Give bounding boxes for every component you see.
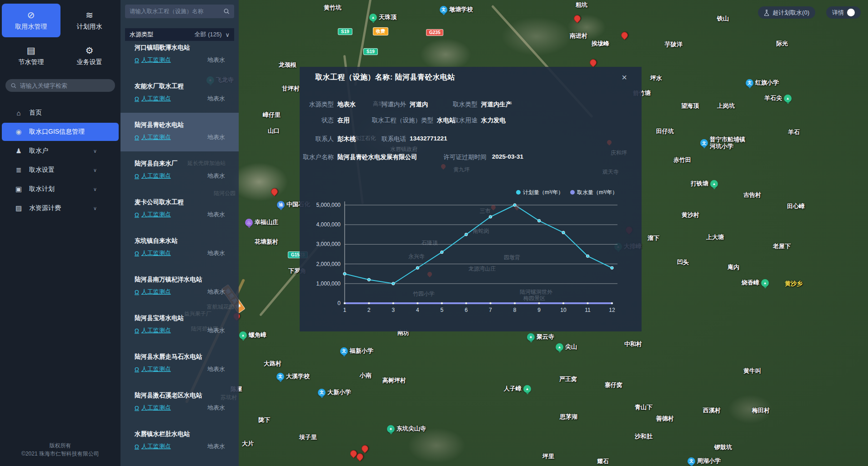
flask-icon	[764, 10, 769, 16]
detail-toggle[interactable]: 详情	[826, 6, 861, 19]
map-label: ♠聚云寺	[527, 333, 554, 341]
mountain-pin-icon: ▲	[369, 14, 377, 21]
app-tile-3[interactable]: ▤节水管理	[2, 39, 60, 73]
map-label: 青山下	[635, 404, 652, 411]
station-name: 陆河县水唇走马石水电站	[135, 353, 231, 361]
svg-text:7: 7	[489, 307, 492, 313]
school-pin-icon: 文	[318, 389, 326, 396]
manual-monitor-link[interactable]: Ω人工监测点	[135, 249, 171, 257]
map-label: ▲螺角嶂	[239, 331, 266, 339]
toggle-knob[interactable]	[847, 9, 855, 16]
copyright-line2: ©2021 珠海市仁智科技有限公司	[0, 450, 120, 458]
ghost-marker	[427, 271, 432, 278]
ghost-marker	[607, 140, 612, 146]
app-tile-4[interactable]: ⚙业务设置	[60, 39, 119, 73]
water-source-type: 地表水	[207, 249, 225, 257]
ghost-map-label: 庆和坪	[611, 150, 627, 156]
station-name: 陆河县南万镇杞洋水电站	[135, 276, 231, 284]
station-name: 水唇镇水栏肚水电站	[135, 430, 231, 438]
intake-point-marker[interactable]	[588, 58, 598, 67]
water-source-filter[interactable]: 水源类型 全部 (125)∨	[125, 28, 234, 41]
station-list-item[interactable]: 河口镇唱歌潭水电站 Ω人工监测点 地表水	[120, 41, 239, 74]
map-label: 望海顶	[681, 103, 699, 110]
map-label: 坝子里	[299, 434, 317, 441]
close-icon[interactable]: ×	[622, 73, 627, 82]
ghost-map-label: 东江石化	[354, 135, 376, 141]
school-pin-icon: 文	[687, 457, 695, 465]
manual-monitor-link[interactable]: Ω人工监测点	[135, 442, 171, 451]
map-label: 芋陂洋	[665, 41, 682, 48]
water-source-type: 地表水	[207, 326, 225, 335]
map-label: 花塘新村	[255, 239, 278, 246]
station-list-item[interactable]: 陆河县激石溪老区水电站 Ω人工监测点 地表水	[120, 383, 239, 422]
svg-text:4,000,000: 4,000,000	[316, 221, 341, 228]
manual-monitor-link[interactable]: Ω人工监测点	[135, 172, 171, 180]
station-list-item[interactable]: 水唇镇水栏肚水电站 Ω人工监测点 地表水	[120, 422, 239, 461]
sidebar-item-1[interactable]: ⌂ 首页	[2, 104, 119, 122]
manual-monitor-link[interactable]: Ω人工监测点	[135, 95, 171, 103]
station-search[interactable]	[125, 5, 234, 18]
ghost-map-label: 黄九坪	[453, 166, 470, 173]
map-label: 人子嶂▲	[504, 385, 531, 393]
station-name: 河口镇唱歌潭水电站	[135, 44, 231, 52]
svg-text:5,000,000: 5,000,000	[316, 202, 341, 208]
station-name: 东坑镇自来水站	[135, 237, 231, 245]
sidebar-item-3[interactable]: ♟ 取水户 ∨	[2, 142, 119, 160]
station-name: 麦卡公司取水工程	[135, 198, 231, 206]
sidebar-item-5[interactable]: ▣ 取水计划 ∨	[2, 180, 119, 198]
station-list-item[interactable]: 陆河县自来水厂 Ω人工监测点 地表水	[120, 151, 239, 190]
manual-monitor-link[interactable]: Ω人工监测点	[135, 365, 171, 373]
sidebar-search-input[interactable]	[20, 82, 110, 89]
station-list-item[interactable]: 陆河县宝塔水电站 Ω人工监测点 地表水	[120, 306, 239, 345]
manual-monitor-link[interactable]: Ω人工监测点	[135, 404, 171, 412]
chevron-down-icon: ∨	[93, 205, 97, 211]
sidebar-item-6[interactable]: ▨ 水资源计费 ∨	[2, 199, 119, 217]
manual-monitor-link[interactable]: Ω人工监测点	[135, 56, 171, 64]
ghost-map-label: 水唇镇政府	[390, 146, 417, 152]
map-label: 耀石	[597, 458, 609, 465]
map-label: 际光	[776, 40, 788, 47]
station-list-item[interactable]: 友能水厂取水工程 Ω人工监测点 地表水	[120, 74, 239, 113]
manual-monitor-link[interactable]: Ω人工监测点	[135, 210, 171, 219]
station-list-item[interactable]: 东坑镇自来水站 Ω人工监测点 地表水	[120, 229, 239, 267]
sidebar-search[interactable]	[5, 79, 115, 92]
waves-icon: ≋	[85, 10, 93, 20]
over-plan-intake-button[interactable]: 超计划取水(0)	[758, 6, 815, 19]
sidebar-item-2[interactable]: ◉ 取水口GIS信息管理	[2, 123, 119, 141]
station-detail-modal: 高塘立交水唇镇政府东江石化黄九坪庆和坪观天寺三市石隆顶南蛇岗园墩背龙源湾山庄永兴…	[300, 67, 642, 331]
map-label: 陇下	[258, 417, 270, 424]
intake-point-marker[interactable]	[270, 187, 279, 196]
field-label: 许可证过期时间	[300, 153, 487, 161]
field-value: 13432771221	[410, 135, 447, 142]
station-list-item[interactable]: 陆河县青砼水电站 Ω人工监测点 地表水	[120, 113, 239, 151]
station-list-item[interactable]: 陆河县南万镇杞洋水电站 Ω人工监测点 地表水	[120, 267, 239, 306]
manual-monitor-link[interactable]: Ω人工监测点	[135, 326, 171, 335]
person-icon: Ω	[135, 134, 139, 141]
station-list-item[interactable]: 陆河县水唇走马石水电站 Ω人工监测点 地表水	[120, 345, 239, 383]
water-source-type: 地表水	[207, 56, 225, 64]
map-label: ♠东坑尖山寺	[387, 425, 426, 433]
app-tile-1[interactable]: ⊘取用水管理	[2, 4, 60, 37]
app-tile-2[interactable]: ≋计划用水	[60, 4, 119, 37]
svg-text:1,000,000: 1,000,000	[316, 281, 341, 287]
map-label: 赤竹田	[673, 157, 691, 164]
map-label: 山口	[268, 128, 280, 135]
station-list-item[interactable]: 麦卡公司取水工程 Ω人工监测点 地表水	[120, 190, 239, 229]
station-search-input[interactable]	[130, 8, 220, 15]
map-label: 文福新小学	[340, 347, 373, 355]
sidebar-item-4[interactable]: ≣ 取水设置 ∨	[2, 161, 119, 179]
search-icon[interactable]	[224, 8, 230, 15]
map-label: 坪里	[542, 453, 554, 460]
person-icon: Ω	[135, 250, 139, 257]
station-name: 陆河县宝塔水电站	[135, 314, 231, 322]
mountain-pin-icon: ▲	[784, 95, 792, 102]
intake-point-marker[interactable]	[360, 444, 370, 453]
ghost-map-label: 三市	[480, 208, 491, 214]
intake-point-marker[interactable]	[572, 14, 582, 23]
map-label: 文普宁市船埔镇河坑小学	[700, 136, 745, 150]
manual-monitor-link[interactable]: Ω人工监测点	[135, 133, 171, 141]
intake-point-marker[interactable]	[620, 30, 629, 40]
manual-monitor-link[interactable]: Ω人工监测点	[135, 288, 171, 296]
school-pin-icon: 文	[340, 347, 348, 355]
road-badge: S19	[363, 48, 378, 55]
